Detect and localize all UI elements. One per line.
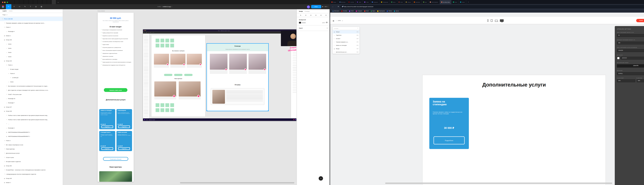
tool-button[interactable]: ◎ xyxy=(33,4,39,9)
zoom-control[interactable]: 80%▾ xyxy=(324,6,328,7)
align-center-h-icon[interactable] xyxy=(305,14,306,16)
avatar[interactable]: А xyxy=(307,5,310,8)
visibility-icon[interactable] xyxy=(356,35,357,36)
layer-row[interactable]: ▣ Group 216 xyxy=(0,59,62,63)
layer-row[interactable]: ▣ Group 248 xyxy=(0,109,62,113)
browser-tab[interactable]: Zero Block Editor xyxy=(440,0,452,4)
mobile-preview-icon[interactable] xyxy=(487,19,488,22)
layer-row[interactable]: ▣ Group 247 xyxy=(0,105,62,109)
address-bar[interactable]: tilda.cc/zero/?recordid=312123947&pageid… xyxy=(340,5,644,8)
color-value-input[interactable]: #FFFFFF xyxy=(621,57,644,59)
order-package-button[interactable]: Заказать пакет услуг xyxy=(104,88,128,92)
layer-row[interactable]: ◇ Vector xyxy=(0,42,62,46)
minimize-window-button[interactable] xyxy=(4,1,6,3)
layer-row[interactable]: ▣ вопрос 1 xyxy=(0,181,62,185)
browser-tab[interactable]: Twitch xyxy=(356,0,363,4)
bookmark-item[interactable]: Школа xyxy=(394,10,399,12)
align-bottom-icon[interactable] xyxy=(325,14,327,16)
layer-row[interactable]: ▣ Group 1 xyxy=(332,30,360,33)
browser-tab[interactable]: Музыка xyxy=(404,0,412,4)
forward-button[interactable]: → xyxy=(335,6,336,7)
tab-design[interactable]: Design xyxy=(299,10,303,12)
close-window-button[interactable] xyxy=(2,1,3,3)
layer-row[interactable]: T В пакет входит xyxy=(0,67,62,71)
stream-screenshot-frame[interactable]: ТОК — Фабрика знаний – Figma Мы поможем … xyxy=(143,29,296,121)
browser-tab[interactable]: Школа xyxy=(459,0,466,4)
tool-button[interactable]: ↖ xyxy=(6,4,11,9)
bookmark-item[interactable]: YouTube xyxy=(341,10,347,12)
bookmark-item[interactable]: Карты xyxy=(371,10,375,12)
layer-row[interactable]: ▭ Подробнее xyxy=(332,33,360,37)
layer-row[interactable]: T Поможем оформить заявку на государстве… xyxy=(0,21,62,25)
browser-tab[interactable]: Яндекс xyxy=(330,0,338,4)
service-card[interactable]: Заявка на стипендию Поможем оформить зая… xyxy=(99,109,115,129)
layer-row[interactable]: T В нашей базе – несколько сотен стипенд… xyxy=(0,168,62,172)
layer-row[interactable]: ▨ 49d3781baba6ac03d2aaaa569b4b637 2 xyxy=(0,130,62,134)
setting-select[interactable]: CENTER ▾ xyxy=(617,49,644,52)
setting-input[interactable]: 900 xyxy=(617,41,644,44)
service-card-button[interactable]: Подробнее xyxy=(101,126,113,128)
lock-icon[interactable] xyxy=(358,42,358,42)
layer-row[interactable]: ▭ Rectangle 25 xyxy=(0,97,62,101)
browser-tab[interactable]: Habr xyxy=(422,0,428,4)
layer-row[interactable]: T Услуги и цены xyxy=(0,155,62,160)
save-button[interactable]: SAVE xyxy=(636,19,644,22)
figma-file-tab[interactable] xyxy=(47,0,52,4)
bookmark-item[interactable]: ВКонтакте xyxy=(332,10,339,12)
tool-button[interactable]: ▤ xyxy=(39,4,44,9)
browser-tab[interactable]: Документы xyxy=(370,0,380,4)
layer-row[interactable]: T 15 990 руб. xyxy=(0,76,62,80)
background-hex[interactable]: 333333 xyxy=(302,22,306,23)
reload-button[interactable]: ⟳ xyxy=(338,6,339,7)
background-opacity[interactable]: 100% xyxy=(322,22,325,23)
service-card[interactable]: Заявка на стипендию Поможем оформить зая… xyxy=(429,98,469,149)
tool-button[interactable]: T xyxy=(28,4,33,9)
help-button[interactable]: ? xyxy=(319,176,323,181)
browser-tab[interactable]: ВКонтакте xyxy=(338,0,347,4)
new-tab-button[interactable]: + xyxy=(466,0,470,4)
service-card-price[interactable]: 30 000 ₽ xyxy=(429,126,469,129)
layer-row[interactable]: T ПАКЕТ «Поступлю сам» xyxy=(0,92,62,97)
bookmark-item[interactable]: Переводчик xyxy=(378,10,385,12)
layer-row[interactable]: T Поможем оформить за… xyxy=(332,40,360,44)
service-card-button[interactable]: Подробнее xyxy=(101,148,113,150)
service-card-button[interactable]: Подробнее xyxy=(118,126,130,128)
setting-select[interactable]: SCROLL ▾ xyxy=(617,72,644,75)
layer-row[interactable]: ▭ Rectangle 4 xyxy=(0,126,62,130)
browser-tab[interactable]: Figma xyxy=(363,0,370,4)
selection-handle[interactable] xyxy=(268,110,269,111)
service-card[interactable]: Сопровождение Полное сопровождение на вс… xyxy=(116,109,132,129)
lock-icon[interactable] xyxy=(358,52,358,52)
layer-row[interactable]: # Frame 2 xyxy=(0,25,62,29)
desktop-preview-icon[interactable] xyxy=(500,19,504,22)
layer-row[interactable]: ◇ Vector xyxy=(0,50,62,55)
horizontal-scrollbar[interactable] xyxy=(180,182,294,184)
selection-handle[interactable] xyxy=(206,110,207,111)
browser-tab[interactable]: YouTube xyxy=(347,0,356,4)
tool-button[interactable]: ✎ xyxy=(22,4,28,9)
setting-input[interactable]: 50% xyxy=(617,80,635,83)
bookmark-item[interactable]: Twitch xyxy=(349,10,354,12)
design-page-selected[interactable]: Команда Команда кураторов с международны… xyxy=(207,44,268,111)
lock-icon[interactable] xyxy=(358,35,358,36)
setting-input[interactable]: 50 xyxy=(617,34,644,37)
color-swatch[interactable] xyxy=(299,22,301,23)
zoom-out-button[interactable]: − xyxy=(336,19,337,22)
layer-row[interactable]: # Frame 1 xyxy=(0,63,62,67)
align-top-icon[interactable] xyxy=(315,14,316,16)
browser-tab[interactable]: Кинопоиск xyxy=(412,0,422,4)
horizontal-scrollbar[interactable] xyxy=(385,183,612,184)
frame-label[interactable]: Phone-USB-688 xyxy=(98,10,105,12)
visibility-icon[interactable] xyxy=(356,48,357,49)
zoom-window-button[interactable] xyxy=(7,1,8,3)
figma-canvas[interactable]: Phone-USB-688 88 990 руб. Вся стоимость … xyxy=(63,9,296,185)
figma-file-tab[interactable] xyxy=(38,0,42,4)
mobile-design-frame[interactable]: Phone-USB-688 88 990 руб. Вся стоимость … xyxy=(98,12,134,182)
service-card[interactable]: Стипендии/ гранты Подберём и поможем офо… xyxy=(99,131,115,151)
layer-row[interactable]: T 30 000 ₽ xyxy=(332,37,360,40)
tool-button[interactable]: ▭ xyxy=(17,4,22,9)
tilda-artboard[interactable]: Дополнительные услуги Заявка на стипенди… xyxy=(422,75,606,185)
lock-icon[interactable] xyxy=(358,45,358,46)
upload-file-button[interactable]: Upload file xyxy=(617,64,644,67)
new-tab-button[interactable]: + xyxy=(56,0,60,4)
